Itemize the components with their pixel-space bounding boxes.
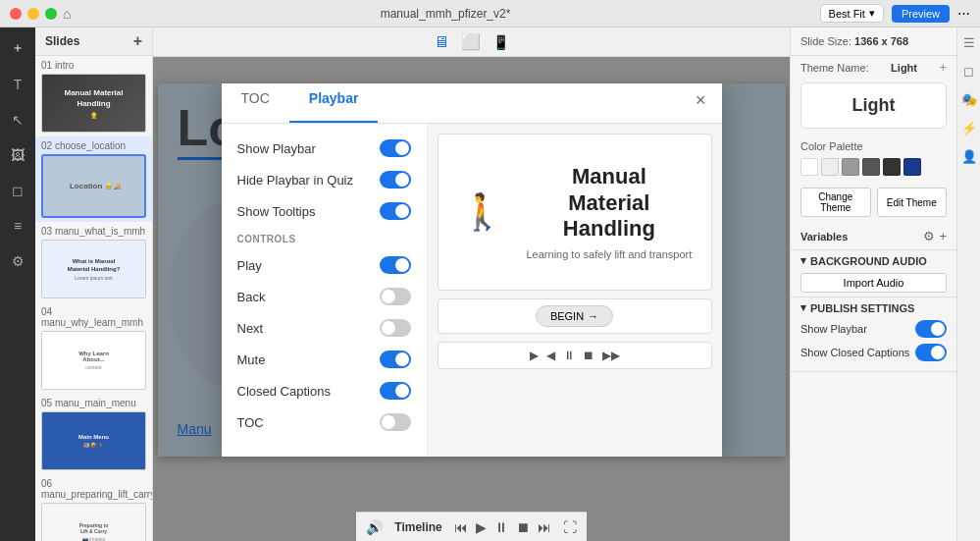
more-options-icon[interactable]: ⋯: [957, 6, 970, 21]
modal-left-panel: Show Playbar Hide Playbar in Quiz: [222, 124, 428, 457]
right-icon-4[interactable]: ⚡: [961, 121, 977, 135]
edit-theme-button[interactable]: Edit Theme: [877, 188, 948, 217]
sidebar-icon-cursor[interactable]: ↖: [8, 108, 27, 132]
sidebar-icon-text[interactable]: T: [10, 73, 26, 96]
back-radio[interactable]: [380, 288, 411, 305]
slide-thumb-03[interactable]: What is Manual Material Handling? Lorem …: [41, 240, 146, 298]
color-swatch-darkgray[interactable]: [862, 158, 880, 176]
pause-ctrl-icon[interactable]: ⏸: [563, 349, 575, 362]
show-tooltips-toggle[interactable]: [380, 202, 411, 220]
closed-captions-toggle[interactable]: [380, 382, 411, 400]
mute-toggle[interactable]: [380, 351, 411, 368]
slide-item-03[interactable]: 03 manu_what_is_mmh What is Manual Mater…: [35, 222, 152, 302]
home-icon[interactable]: ⌂: [63, 6, 71, 22]
color-swatch-midgray[interactable]: [842, 158, 859, 176]
timeline-stop-btn[interactable]: ⏹: [516, 519, 530, 535]
color-swatch-blue[interactable]: [903, 158, 921, 176]
show-closed-captions-label: Show Closed Captions: [800, 347, 909, 358]
timeline-fullscreen-icon[interactable]: ⛶: [563, 519, 577, 535]
slides-panel-title: Slides: [45, 34, 79, 48]
show-playbar-publish-label: Show Playbar: [800, 323, 867, 335]
hide-playbar-quiz-toggle[interactable]: [380, 171, 411, 189]
canvas-content: Loca 👷 Manu: [158, 83, 786, 457]
slide-item-02[interactable]: 02 choose_location Location 👷 🚚: [35, 136, 152, 222]
preview-begin-row: BEGIN →: [438, 298, 712, 334]
begin-button[interactable]: BEGIN →: [536, 305, 613, 327]
slide-thumb-01[interactable]: Manual Material Handling 👷: [41, 74, 146, 133]
begin-label: BEGIN: [550, 310, 584, 322]
tablet-view-icon[interactable]: ⬜: [461, 32, 481, 51]
play-toggle[interactable]: [380, 256, 411, 274]
top-bar-actions: Best Fit ▾ Preview ⋯: [820, 4, 970, 23]
slide-item-04[interactable]: 04 manu_why_learn_mmh Why Learn About...…: [35, 302, 152, 394]
timeline-forward-btn[interactable]: ⏭: [538, 519, 551, 535]
right-icon-1[interactable]: ☰: [963, 35, 975, 50]
close-window-btn[interactable]: [10, 8, 22, 20]
slide-label-04: 04 manu_why_learn_mmh: [41, 306, 146, 328]
play-ctrl-icon[interactable]: ▶: [530, 349, 539, 362]
theme-buttons: Change Theme Edit Theme: [791, 182, 956, 223]
phone-view-icon[interactable]: 📱: [492, 34, 509, 50]
color-swatch-lightgray[interactable]: [821, 158, 839, 176]
sidebar-icon-add[interactable]: ＋: [7, 35, 28, 61]
right-icon-3[interactable]: 🎭: [961, 92, 977, 107]
best-fit-button[interactable]: Best Fit ▾: [820, 4, 884, 23]
next-ctrl-icon[interactable]: ▶▶: [602, 349, 620, 362]
variables-label: Variables: [800, 231, 848, 243]
slide-thumb-02[interactable]: Location 👷 🚚: [41, 154, 146, 218]
slide-item-01[interactable]: 01 intro Manual Material Handling 👷: [35, 56, 152, 136]
show-playbar-label: Show Playbar: [237, 141, 316, 156]
variables-settings-icon[interactable]: ⚙: [923, 229, 935, 243]
show-playbar-toggle[interactable]: [380, 139, 411, 157]
preview-figure: 🚶: [448, 173, 517, 251]
next-radio[interactable]: [380, 319, 411, 337]
modal-close-button[interactable]: ×: [680, 83, 722, 124]
show-tooltips-row: Show Tooltips: [237, 202, 411, 220]
theme-add-icon[interactable]: +: [939, 60, 947, 75]
timeline-back-btn[interactable]: ⏮: [454, 519, 468, 535]
show-closed-captions-toggle[interactable]: [915, 344, 947, 361]
stop-ctrl-icon[interactable]: ⏹: [583, 349, 594, 362]
desktop-view-icon[interactable]: 🖥: [434, 33, 449, 51]
right-icon-5[interactable]: 👤: [961, 149, 977, 164]
sidebar-icon-shapes[interactable]: ◻: [8, 179, 27, 202]
canvas-toolbar: 🖥 ⬜ 📱: [153, 27, 790, 57]
top-bar: ⌂ manual_mmh_pfizer_v2* Best Fit ▾ Previ…: [0, 0, 980, 27]
sidebar-icon-layers[interactable]: ≡: [10, 214, 26, 238]
add-slide-button[interactable]: +: [133, 33, 142, 49]
slide-thumb-04[interactable]: Why Learn About... content: [41, 331, 146, 390]
right-icon-2[interactable]: ◻: [963, 64, 974, 79]
sidebar-icon-image[interactable]: 🖼: [7, 143, 28, 167]
hide-playbar-quiz-label: Hide Playbar in Quiz: [237, 173, 354, 188]
timeline-volume-icon[interactable]: 🔊: [366, 519, 383, 535]
color-swatch-nearblack[interactable]: [883, 158, 901, 176]
toc-radio[interactable]: [380, 413, 411, 431]
bg-audio-inner: ▾ BACKGROUND AUDIO Import Audio: [791, 250, 956, 297]
change-theme-button[interactable]: Change Theme: [800, 188, 871, 217]
bg-audio-label: BACKGROUND AUDIO: [810, 255, 927, 267]
slide-thumb-06[interactable]: Preparing to Lift & Carry 📷 images: [41, 503, 146, 541]
modal-tab-toc[interactable]: TOC: [222, 83, 289, 124]
maximize-window-btn[interactable]: [45, 8, 57, 20]
timeline-controls: ⏮ ▶ ⏸ ⏹ ⏭: [454, 519, 551, 535]
slide-item-05[interactable]: 05 manu_main_menu Main Menu 🏭 📦 🚶: [35, 394, 152, 474]
timeline-pause-btn[interactable]: ⏸: [494, 519, 508, 535]
hide-playbar-quiz-row: Hide Playbar in Quiz: [237, 171, 411, 189]
publish-header[interactable]: ▾ PUBLISH SETTINGS: [800, 301, 947, 314]
bg-audio-header[interactable]: ▾ BACKGROUND AUDIO: [800, 254, 947, 267]
preview-button[interactable]: Preview: [892, 5, 950, 23]
slide-item-06[interactable]: 06 manu_preparing_lift_carry Preparing t…: [35, 474, 152, 541]
show-playbar-publish-toggle[interactable]: [915, 320, 947, 338]
color-palette-label: Color Palette: [800, 140, 947, 152]
modal-tab-playbar[interactable]: Playbar: [289, 83, 379, 124]
back-ctrl-icon[interactable]: ◀: [546, 349, 555, 362]
canvas-wrapper: Loca 👷 Manu: [153, 57, 790, 512]
slide-thumb-05[interactable]: Main Menu 🏭 📦 🚶: [41, 411, 146, 470]
variables-add-icon[interactable]: +: [939, 229, 947, 243]
sidebar-icon-settings[interactable]: ⚙: [8, 249, 28, 273]
right-icon-bar: ☰ ◻ 🎭 ⚡ 👤: [956, 27, 980, 541]
timeline-play-btn[interactable]: ▶: [476, 519, 487, 535]
color-swatch-white[interactable]: [800, 158, 818, 176]
minimize-window-btn[interactable]: [27, 8, 39, 20]
import-audio-button[interactable]: Import Audio: [800, 273, 947, 293]
